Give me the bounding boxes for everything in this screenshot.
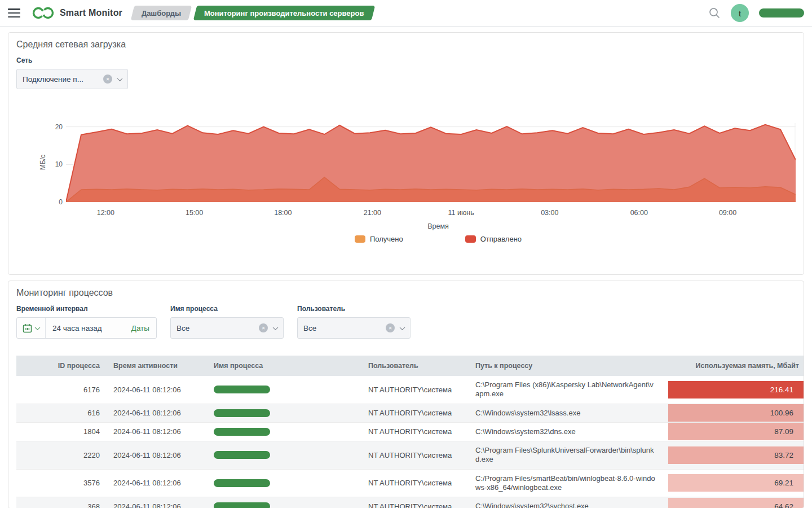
cell-user: NT AUTHORITY\система <box>361 441 469 470</box>
legend-label: Получено <box>370 235 403 243</box>
tab-dashboards[interactable]: Дашборды <box>131 6 192 20</box>
cell-user: NT AUTHORITY\система <box>361 422 469 441</box>
network-load-panel: Средняя сетевая загрузка Сеть Подключени… <box>8 32 804 275</box>
cell-path: C:\Program Files\SplunkUniversalForwarde… <box>469 441 668 470</box>
table-row: 1804 2024-06-11 08:12:06 NT AUTHORITY\си… <box>16 422 804 441</box>
memory-heat-cell: 87.09 <box>668 423 804 440</box>
x-tick: 03:00 <box>541 209 558 217</box>
top-bar: Smart Monitor Дашборды Мониторинг произв… <box>0 0 812 27</box>
legend-label: Отправлено <box>480 235 522 243</box>
cell-user: NT AUTHORITY\система <box>361 404 469 422</box>
process-table: ID процесса Время активности Имя процесс… <box>16 356 804 508</box>
col-process-id: ID процесса <box>16 356 107 376</box>
network-select[interactable]: Подключение п... ✕ <box>16 69 128 89</box>
memory-heat-cell: 69.21 <box>668 474 804 492</box>
menu-icon[interactable] <box>8 8 20 17</box>
cell-path: C:\Program Files (x86)\Kaspersky Lab\Net… <box>469 376 668 404</box>
cell-activity-time: 2024-06-11 08:12:06 <box>107 376 207 404</box>
cell-activity-time: 2024-06-11 08:12:06 <box>107 441 207 470</box>
area-chart-svg <box>66 123 796 202</box>
user-select-value: Все <box>303 324 386 332</box>
cell-user: NT AUTHORITY\система <box>361 376 469 404</box>
cell-process-name <box>207 404 361 422</box>
panel-title-processes: Мониторинг процессов <box>16 288 796 298</box>
cell-process-name <box>207 469 361 497</box>
cell-process-id: 2220 <box>16 441 107 470</box>
chart-legend: Получено Отправлено <box>81 235 796 243</box>
network-select-value: Подключение п... <box>23 75 103 84</box>
cell-process-name <box>207 376 361 404</box>
calendar-icon <box>23 323 32 333</box>
cell-user: NT AUTHORITY\система <box>361 497 469 508</box>
process-filter-label: Имя процесса <box>170 305 284 313</box>
x-tick: 09:00 <box>719 209 736 217</box>
cell-process-id: 1804 <box>16 422 107 441</box>
memory-heat-cell: 216.41 <box>668 381 804 398</box>
legend-item[interactable]: Отправлено <box>465 235 522 243</box>
process-select-value: Все <box>176 324 259 332</box>
chart-xticks: 12:0015:0018:0021:0011 июнь03:0006:0009:… <box>81 202 796 221</box>
cell-activity-time: 2024-06-11 08:12:06 <box>107 404 207 422</box>
y-tick: 10 <box>55 160 63 168</box>
search-icon[interactable] <box>708 7 721 19</box>
chart-xlabel: Время <box>81 222 796 230</box>
chevron-down-icon <box>35 325 41 330</box>
process-name-pill <box>214 502 270 508</box>
cell-process-id: 616 <box>16 404 107 422</box>
cell-path: C:/Program Files/smartBeat/bin/winlogbea… <box>469 469 668 497</box>
time-filter-label: Временной интервал <box>16 305 157 313</box>
cell-process-id: 3576 <box>16 469 107 497</box>
y-tick: 20 <box>55 123 63 131</box>
clear-icon[interactable]: ✕ <box>386 323 395 332</box>
cell-memory: 216.41 <box>668 376 804 404</box>
time-interval-value: 24 часа назад <box>46 324 131 332</box>
cell-memory: 69.21 <box>668 469 804 497</box>
legend-swatch <box>465 235 476 243</box>
tab-server-performance[interactable]: Мониторинг производительности серверов <box>193 6 375 20</box>
process-panel: Мониторинг процессов Временной интервал … <box>8 281 804 508</box>
legend-swatch <box>355 235 365 243</box>
x-tick: 06:00 <box>630 209 648 217</box>
cell-user: NT AUTHORITY\система <box>361 469 469 497</box>
network-chart: МБ/с 01020 12:0015:0018:0021:0011 июнь03… <box>16 123 796 243</box>
chart-yticks: 01020 <box>50 123 66 202</box>
cell-process-name <box>207 497 361 508</box>
clear-icon[interactable]: ✕ <box>259 323 268 332</box>
legend-item[interactable]: Получено <box>355 235 403 243</box>
calendar-dropdown[interactable] <box>17 318 46 338</box>
clear-icon[interactable]: ✕ <box>103 75 112 84</box>
process-name-select[interactable]: Все ✕ <box>170 317 284 339</box>
user-select[interactable]: Все ✕ <box>297 317 411 339</box>
process-name-pill <box>214 479 270 487</box>
chevron-down-icon <box>400 325 405 330</box>
table-row: 6176 2024-06-11 08:12:06 NT AUTHORITY\си… <box>16 376 804 404</box>
col-memory: Используемая память, Мбайт <box>668 356 804 376</box>
time-interval-control[interactable]: 24 часа назад Даты <box>16 317 157 339</box>
username-pill[interactable] <box>759 8 804 17</box>
process-name-pill <box>214 386 270 393</box>
cell-activity-time: 2024-06-11 08:12:06 <box>107 497 207 508</box>
breadcrumb: Дашборды Мониторинг производительности с… <box>133 6 373 20</box>
panel-title-network: Средняя сетевая загрузка <box>16 40 796 50</box>
cell-memory: 83.72 <box>668 441 804 470</box>
chevron-down-icon <box>117 76 123 81</box>
avatar[interactable]: t <box>731 4 749 22</box>
chart-ylabel: МБ/с <box>39 155 47 170</box>
chart-plot-area <box>66 123 796 202</box>
topbar-right: t <box>708 4 804 22</box>
dates-link[interactable]: Даты <box>131 324 156 332</box>
user-filter-label: Пользователь <box>297 305 411 313</box>
infinity-logo-icon <box>32 6 55 20</box>
x-tick: 11 июнь <box>448 209 474 217</box>
process-name-pill <box>214 409 270 417</box>
col-activity-time: Время активности <box>107 356 207 376</box>
x-tick: 12:00 <box>97 209 114 217</box>
table-row: 3576 2024-06-11 08:12:06 NT AUTHORITY\си… <box>16 469 804 497</box>
cell-memory: 64.62 <box>668 497 804 508</box>
cell-path: C:\Windows\system32\dns.exe <box>469 422 668 441</box>
cell-process-id: 6176 <box>16 376 107 404</box>
table-row: 616 2024-06-11 08:12:06 NT AUTHORITY\сис… <box>16 404 804 422</box>
cell-process-id: 368 <box>16 497 107 508</box>
brand[interactable]: Smart Monitor <box>32 6 122 20</box>
col-user: Пользователь <box>361 356 469 376</box>
